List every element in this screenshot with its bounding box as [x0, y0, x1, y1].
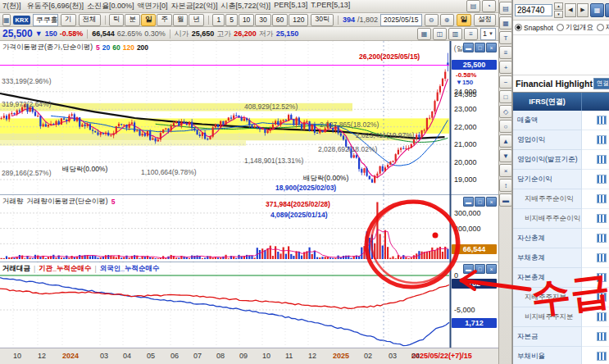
minute-button-60[interactable]: 60 — [272, 14, 288, 26]
side-strip-icon-6[interactable]: − — [499, 75, 512, 89]
side-strip-icon-11[interactable]: ▼ — [499, 149, 512, 162]
zoom-icon-2[interactable]: ⊕ — [440, 14, 454, 26]
minimize-icon[interactable]: ▬ — [463, 264, 474, 274]
panel-tool-icon-1[interactable]: ▦ — [590, 3, 604, 17]
side-strip-icon-13[interactable]: ↕ — [499, 179, 512, 192]
maximize-icon[interactable]: □ — [475, 43, 485, 52]
toolbar3-icon-4[interactable]: ≡ — [464, 28, 478, 40]
minimize-icon[interactable]: ▬ — [463, 197, 474, 207]
close-icon[interactable]: × — [486, 264, 497, 274]
zoom-icon-1[interactable]: ⊖ — [425, 14, 439, 26]
gi-button[interactable]: 기 — [61, 14, 76, 26]
prev-stock-button[interactable]: ◀ — [565, 3, 576, 17]
side-strip-icon-4[interactable]: ≡ — [499, 46, 512, 59]
axis-change-value: ▼150 — [456, 79, 473, 86]
indicator-chart[interactable]: 0-5,000 — [0, 262, 498, 348]
open-label: 시가 — [175, 29, 189, 39]
side-strip-icon-9[interactable]: ○ — [499, 120, 512, 133]
table-row: 자산총계 — [513, 229, 609, 248]
maximize-icon[interactable]: □ — [475, 264, 485, 274]
radio-기업개요[interactable] — [557, 24, 564, 31]
toolbar3-icon-3[interactable]: ▥ — [448, 28, 462, 40]
toggle-연결[interactable]: 연결 — [593, 78, 609, 89]
date-label-04: 04 — [123, 352, 131, 360]
date-axis[interactable]: 2025/05/22(+7)/15 1012202403040506070809… — [0, 348, 498, 364]
side-strip-icon-12[interactable]: × — [499, 164, 512, 177]
close-icon[interactable]: × — [486, 197, 497, 207]
volume-pane: 300,000200,000371,984(2025/02/28)4,089(2… — [0, 195, 498, 262]
change-direction: ▼ — [35, 30, 43, 38]
period-button-분[interactable]: 분 — [125, 14, 140, 26]
spin-up-button[interactable]: ▲ — [554, 2, 563, 10]
period-button-월[interactable]: 월 — [173, 14, 189, 26]
radio-Snapshot[interactable] — [515, 24, 522, 31]
mini-chart-icon[interactable] — [597, 116, 607, 125]
radio-재무제표[interactable] — [597, 24, 604, 31]
price-chart[interactable]: 24,00023,00022,00021,00020,00019,00026,2… — [0, 41, 498, 195]
side-strip-icon-5[interactable]: + — [499, 61, 512, 74]
day-toggle-button[interactable]: 일 — [457, 14, 472, 26]
toolbar3-icon-2[interactable]: ◫ — [433, 28, 447, 40]
mini-chart-icon[interactable] — [597, 135, 607, 144]
chart-type-icon[interactable]: ▦ — [2, 14, 11, 26]
volume-chart[interactable]: 300,000200,000371,984(2025/02/28)4,089(2… — [0, 195, 498, 262]
tick30-button[interactable]: 30틱 — [311, 14, 334, 26]
period-button-틱[interactable]: 틱 — [109, 14, 125, 26]
table-row: 지배주주지분 — [513, 288, 609, 307]
side-strip-icon-10[interactable]: ▲ — [499, 134, 512, 148]
mini-chart-icon[interactable] — [597, 332, 607, 341]
row-label: 매출액 — [513, 111, 582, 130]
mini-chart-icon[interactable] — [597, 312, 607, 321]
spin-down-button[interactable]: ▼ — [554, 11, 563, 18]
chart-count-select[interactable]: 1 ▼ — [480, 28, 496, 40]
svg-text:26,200(2025/05/15): 26,200(2025/05/15) — [359, 52, 420, 61]
stock-name-field[interactable]: 쿠쿠홀딩스 — [33, 14, 58, 26]
minute-button-120[interactable]: 120 — [289, 14, 308, 26]
panel-tool-icon-2[interactable]: ◆ — [605, 3, 609, 17]
indicator-pane: 0-5,000 거래대금|기관_누적순매수|외국인_누적순매수 ▬□× 782 … — [0, 262, 498, 348]
minimize-icon[interactable]: ▬ — [463, 43, 474, 52]
period-button-년[interactable]: 년 — [189, 14, 204, 26]
side-strip-icon-2[interactable]: ▦ — [499, 16, 512, 30]
all-button[interactable]: 전체 — [79, 14, 101, 26]
minute-button-1[interactable]: 1 — [212, 14, 225, 26]
financial-highlight-header: Financial Highlight 연결별도 — [513, 75, 609, 93]
mini-chart-icon[interactable] — [597, 293, 607, 302]
side-strip-icon-14[interactable]: ▬ — [499, 193, 512, 207]
period-button-일[interactable]: 일 — [141, 14, 157, 26]
maximize-icon[interactable]: □ — [475, 197, 485, 207]
toolbar1-icon-1[interactable]: ▤ — [466, 0, 480, 12]
mini-chart-icon[interactable] — [597, 214, 607, 223]
mini-chart-icon[interactable] — [597, 253, 607, 262]
settings-button[interactable]: 설정 — [474, 14, 496, 26]
minute-button-5[interactable]: 5 — [225, 14, 238, 26]
mini-chart-icon[interactable] — [597, 175, 607, 184]
svg-text:200,000: 200,000 — [454, 225, 481, 233]
high-price: 26,200 — [234, 30, 257, 38]
tab-Snapshot[interactable]: Snapshot — [524, 24, 553, 32]
side-strip-icon-1[interactable]: ▤ — [499, 2, 512, 15]
tab-기업개요[interactable]: 기업개요 — [566, 23, 593, 33]
mini-chart-icon[interactable] — [597, 155, 607, 164]
toolbar1-icon-2[interactable]: ◔ — [482, 0, 496, 12]
mini-chart-icon[interactable] — [597, 194, 607, 203]
next-stock-button[interactable]: ▶ — [577, 3, 589, 17]
mini-chart-icon[interactable] — [597, 234, 607, 243]
mini-chart-icon[interactable] — [597, 352, 607, 361]
mini-chart-icon[interactable] — [597, 273, 607, 282]
side-strip-icon-7[interactable]: □ — [499, 90, 512, 103]
side-strip-icon-8[interactable]: ◇ — [499, 105, 512, 118]
stock-code-input[interactable] — [515, 4, 552, 16]
minute-button-10[interactable]: 10 — [239, 14, 254, 26]
close-icon[interactable]: × — [486, 43, 497, 52]
toolbar3-icon-1[interactable]: ▦ — [417, 28, 431, 40]
tab-재무제표[interactable]: 재무제표 — [606, 23, 609, 33]
row-value-cell — [582, 248, 609, 268]
panel-tool-buttons: ▦◆ — [590, 3, 609, 17]
chart-date-field[interactable]: 2025/05/15 — [380, 14, 422, 26]
period-buttons: 틱분일주월년 — [109, 14, 204, 26]
minute-button-30[interactable]: 30 — [255, 14, 270, 26]
side-strip-icon-3[interactable]: T — [499, 31, 512, 44]
bar-total: /1,802 — [357, 16, 378, 24]
period-button-주[interactable]: 주 — [157, 14, 172, 26]
